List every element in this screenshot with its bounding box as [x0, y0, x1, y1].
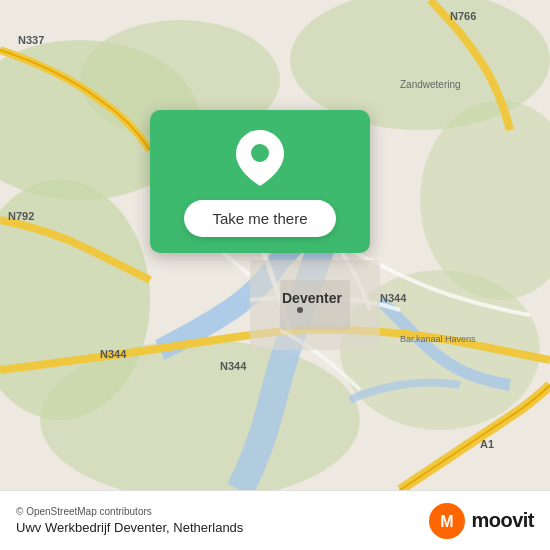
svg-text:Zandwetering: Zandwetering: [400, 79, 461, 90]
svg-text:A1: A1: [480, 438, 494, 450]
map-pin-icon: [236, 130, 284, 186]
moovit-brand-name: moovit: [471, 509, 534, 532]
svg-text:Deventer: Deventer: [282, 290, 342, 306]
location-name: Uwv Werkbedrijf Deventer, Netherlands: [16, 520, 243, 535]
svg-text:M: M: [441, 513, 454, 530]
svg-text:N766: N766: [450, 10, 476, 22]
osm-attribution: © OpenStreetMap contributors: [16, 506, 243, 517]
moovit-brand-icon: M: [429, 503, 465, 539]
bottom-bar: © OpenStreetMap contributors Uwv Werkbed…: [0, 490, 550, 550]
location-card: Take me there: [150, 110, 370, 253]
svg-point-19: [297, 307, 303, 313]
svg-text:N337: N337: [18, 34, 44, 46]
svg-text:N344: N344: [380, 292, 407, 304]
bottom-info: © OpenStreetMap contributors Uwv Werkbed…: [16, 506, 243, 535]
svg-text:N344: N344: [220, 360, 247, 372]
take-me-there-button[interactable]: Take me there: [184, 200, 335, 237]
map-container: N337 N792 N766 Zandwetering Deventer N34…: [0, 0, 550, 490]
svg-text:N344: N344: [100, 348, 127, 360]
svg-text:N792: N792: [8, 210, 34, 222]
svg-text:Bar.kanaal Havens: Bar.kanaal Havens: [400, 334, 476, 344]
moovit-logo: M moovit: [429, 503, 534, 539]
svg-point-21: [251, 144, 269, 162]
